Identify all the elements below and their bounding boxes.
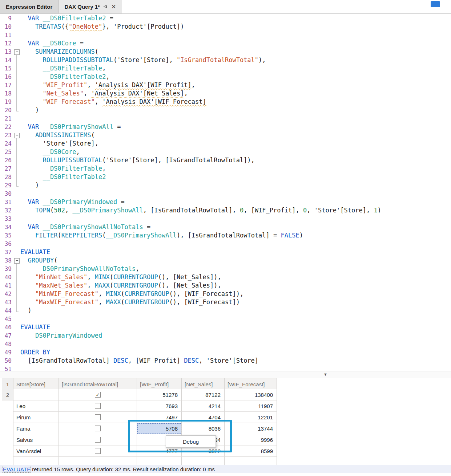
pin-icon[interactable] (103, 4, 108, 9)
blue-indicator-icon[interactable] (431, 1, 440, 7)
code-line[interactable]: 48 (0, 340, 451, 348)
grid-cell-store[interactable]: Fama (13, 423, 59, 434)
grid-cell-value[interactable]: 87122 (182, 389, 225, 400)
code-line[interactable]: 31 VAR __DS0PrimaryWindowed = (0, 198, 451, 206)
grid-cell-value[interactable]: 11907 (225, 400, 277, 412)
code-line[interactable]: 11 (0, 31, 451, 39)
grid-cell-store[interactable] (13, 389, 59, 400)
code-text: ) (20, 181, 39, 190)
grid-cell-value[interactable]: 8599 (225, 446, 277, 457)
fold-toggle-icon[interactable] (14, 48, 20, 56)
collapse-results-icon[interactable]: ▼ (323, 372, 327, 377)
code-line[interactable]: 23 ADDMISSINGITEMS( (0, 131, 451, 139)
grid-cell-value[interactable]: 13744 (225, 423, 277, 434)
grid-cell-total-flag[interactable] (59, 412, 137, 423)
column-header[interactable]: [WIF_Profit] (137, 378, 182, 390)
code-line[interactable]: 22 VAR __DS0PrimaryShowAll = (0, 123, 451, 131)
code-line[interactable]: 43 "MaxWIF_Forecast", MAXX(CURRENTGROUP(… (0, 298, 451, 306)
grid-cell-total-flag[interactable] (59, 434, 137, 446)
code-line[interactable]: 24 'Store'[Store], (0, 139, 451, 148)
code-line[interactable]: 18 "Net_Sales", 'Analysis DAX'[Net Sales… (0, 89, 451, 98)
grid-cell-total-flag[interactable] (59, 400, 137, 412)
grid-cell-value[interactable] (137, 457, 182, 465)
line-number: 32 (0, 206, 14, 215)
code-line[interactable]: 17 "WIF_Profit", 'Analysis DAX'[WIF Prof… (0, 81, 451, 89)
code-line[interactable]: 33 (0, 215, 451, 223)
grid-cell-value[interactable]: 138400 (225, 389, 277, 400)
code-line[interactable]: 30 (0, 190, 451, 198)
fold-gutter (14, 357, 20, 365)
editor-results-splitter[interactable]: ▼ (0, 371, 451, 378)
grid-cell-total-flag[interactable]: ✓ (59, 389, 137, 400)
grid-cell-value[interactable]: 7693 (137, 400, 182, 412)
grid-cell-value[interactable]: 51278 (137, 389, 182, 400)
grid-cell-value[interactable]: 12201 (225, 412, 277, 423)
code-line[interactable]: 25 __DS0Core, (0, 148, 451, 156)
fold-toggle-icon[interactable] (14, 131, 20, 139)
column-header[interactable]: Store[Store] (13, 378, 59, 390)
code-line[interactable]: 39 __DS0PrimaryShowAllNoTotals, (0, 265, 451, 273)
grid-cell-total-flag[interactable] (59, 423, 137, 434)
checkbox-unchecked[interactable] (95, 403, 101, 409)
code-line[interactable]: 50 [IsGrandTotalRowTotal] DESC, [WIF_Pro… (0, 357, 451, 365)
column-header[interactable]: [IsGrandTotalRowTotal] (59, 378, 137, 390)
checkbox-unchecked[interactable] (95, 437, 101, 443)
code-line[interactable]: 51 (0, 365, 451, 371)
checkbox-checked[interactable]: ✓ (95, 392, 101, 398)
code-line[interactable]: 28 __DS0FilterTable2 (0, 173, 451, 181)
code-line[interactable]: 10 TREATAS({"OneNote"}, 'Product'[Produc… (0, 23, 451, 31)
grid-cell-store[interactable]: Salvus (13, 434, 59, 446)
code-line[interactable]: 12 VAR __DS0Core = (0, 39, 451, 48)
code-line[interactable]: 21 (0, 114, 451, 123)
code-line[interactable]: 45 (0, 315, 451, 323)
column-header[interactable]: [Net_Sales] (182, 378, 225, 390)
code-line[interactable]: 19 "WIF_Forecast", 'Analysis DAX'[WIF Fo… (0, 98, 451, 106)
grid-cell-value[interactable]: 9996 (225, 434, 277, 446)
evaluate-link[interactable]: EVALUATE (3, 466, 31, 472)
tab-dax-query-1[interactable]: DAX Query 1* ✕ (58, 0, 122, 13)
grid-cell-store[interactable]: Pirum (13, 412, 59, 423)
code-line[interactable]: 15 __DS0FilterTable, (0, 64, 451, 73)
close-icon[interactable]: ✕ (111, 4, 116, 10)
row-number-cell (2, 434, 13, 446)
code-line[interactable]: 13 SUMMARIZECOLUMNS( (0, 48, 451, 56)
code-line[interactable]: 38 GROUPBY( (0, 256, 451, 265)
grid-cell-value[interactable]: 4214 (182, 400, 225, 412)
grid-cell-value[interactable] (225, 457, 277, 465)
code-line[interactable]: 14 ROLLUPADDISSUBTOTAL('Store'[Store], "… (0, 56, 451, 64)
grid-cell-total-flag[interactable] (59, 457, 137, 465)
code-line[interactable]: 20 ) (0, 106, 451, 114)
code-line[interactable]: 29 ) (0, 181, 451, 190)
fold-toggle-icon[interactable] (14, 256, 20, 265)
code-line[interactable]: 49ORDER BY (0, 348, 451, 357)
grid-cell-store[interactable] (13, 457, 59, 465)
code-line[interactable]: 26 ROLLUPISSUBTOTAL('Store'[Store], [IsG… (0, 156, 451, 164)
code-line[interactable]: 36 (0, 240, 451, 248)
code-line[interactable]: 44 ) (0, 306, 451, 315)
code-line[interactable]: 47 __DS0PrimaryWindowed (0, 331, 451, 340)
code-line[interactable]: 34 VAR __DS0PrimaryShowAllNoTotals = (0, 223, 451, 231)
code-line[interactable]: 27 __DS0FilterTable, (0, 164, 451, 173)
grid-cell-store[interactable]: VanArsdel (13, 446, 59, 457)
code-text: ROLLUPADDISSUBTOTAL('Store'[Store], "IsG… (20, 56, 266, 64)
checkbox-unchecked[interactable] (95, 426, 101, 431)
code-line[interactable]: 41 "MaxNet_Sales", MAXX(CURRENTGROUP(), … (0, 281, 451, 290)
dax-code-editor[interactable]: 9 VAR __DS0FilterTable2 =10 TREATAS({"On… (0, 14, 451, 371)
checkbox-unchecked[interactable] (95, 414, 101, 420)
code-line[interactable]: 40 "MinNet_Sales", MINX(CURRENTGROUP(), … (0, 273, 451, 281)
checkbox-unchecked[interactable] (95, 448, 101, 454)
code-line[interactable]: 16 __DS0FilterTable2, (0, 73, 451, 81)
tab-expression-editor[interactable]: Expression Editor (0, 0, 58, 13)
code-line[interactable]: 46EVALUATE (0, 323, 451, 331)
code-line[interactable]: 9 VAR __DS0FilterTable2 = (0, 14, 451, 23)
code-line[interactable]: 42 "MinWIF_Forecast", MINX(CURRENTGROUP(… (0, 290, 451, 298)
code-line[interactable]: 37EVALUATE (0, 248, 451, 256)
grid-cell-store[interactable]: Leo (13, 400, 59, 412)
column-header[interactable]: [WIF_Forecast] (225, 378, 277, 390)
code-line[interactable]: 32 TOPN(502, __DS0PrimaryShowAll, [IsGra… (0, 206, 451, 215)
code-text: GROUPBY( (20, 256, 57, 265)
grid-cell-total-flag[interactable] (59, 446, 137, 457)
code-line[interactable]: 35 FILTER(KEEPFILTERS(__DS0PrimaryShowAl… (0, 231, 451, 240)
line-number: 37 (0, 248, 14, 256)
grid-cell-value[interactable] (182, 457, 225, 465)
